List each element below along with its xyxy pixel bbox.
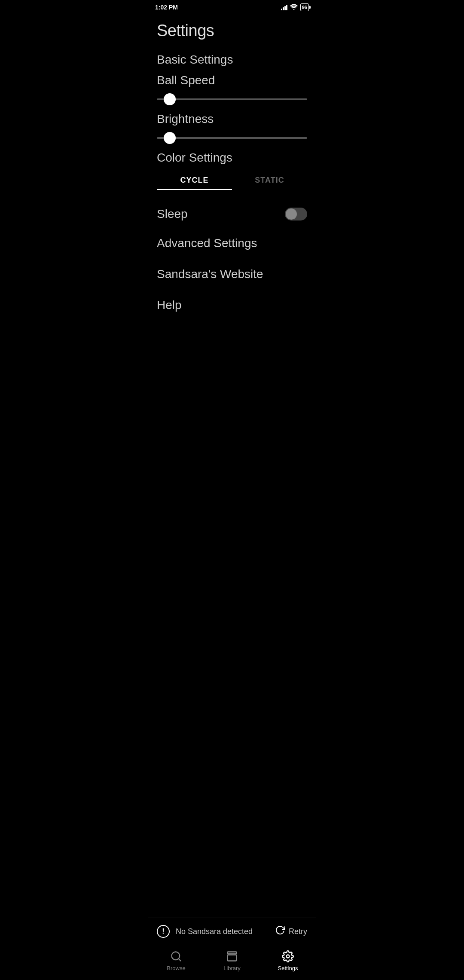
- nav-settings[interactable]: Settings: [260, 950, 316, 971]
- svg-rect-4: [228, 955, 237, 961]
- nav-browse-label: Browse: [167, 965, 185, 971]
- gear-icon: [282, 950, 294, 962]
- brightness-slider[interactable]: [157, 137, 307, 139]
- svg-point-5: [287, 955, 290, 958]
- nav-browse[interactable]: Browse: [148, 950, 204, 971]
- basic-settings-title: Basic Settings: [157, 53, 307, 67]
- svg-rect-3: [228, 952, 237, 954]
- sleep-label: Sleep: [157, 207, 188, 221]
- color-settings-title: Color Settings: [157, 151, 307, 165]
- tab-cycle[interactable]: CYCLE: [157, 172, 232, 190]
- svg-line-2: [178, 959, 180, 961]
- page-title: Settings: [157, 21, 307, 40]
- website-item[interactable]: Sandsara's Website: [157, 259, 307, 290]
- connection-status-bar: ! No Sandsara detected Retry: [148, 918, 316, 945]
- help-item[interactable]: Help: [157, 290, 307, 321]
- connection-status-text: No Sandsara detected: [176, 927, 253, 936]
- brightness-container: Brightness: [157, 112, 307, 141]
- battery-icon: 96: [300, 3, 309, 11]
- nav-library-label: Library: [223, 965, 241, 971]
- color-tabs: CYCLE STATIC: [157, 172, 307, 190]
- retry-button[interactable]: Retry: [275, 925, 307, 938]
- library-icon: [226, 950, 238, 962]
- status-left: ! No Sandsara detected: [157, 925, 253, 938]
- sleep-toggle[interactable]: [285, 208, 307, 220]
- brightness-label: Brightness: [157, 112, 307, 126]
- advanced-settings-item[interactable]: Advanced Settings: [157, 228, 307, 259]
- nav-library[interactable]: Library: [204, 950, 260, 971]
- tab-static[interactable]: STATIC: [232, 172, 307, 190]
- ball-speed-label: Ball Speed: [157, 74, 307, 87]
- search-icon: [170, 950, 182, 962]
- color-settings-section: Color Settings CYCLE STATIC: [157, 151, 307, 190]
- time: 1:02 PM: [155, 4, 178, 11]
- retry-label: Retry: [289, 927, 307, 936]
- svg-point-0: [293, 9, 294, 10]
- status-icons: 96: [281, 3, 309, 11]
- ball-speed-slider[interactable]: [157, 98, 307, 100]
- battery-level: 96: [302, 5, 307, 10]
- bottom-nav: Browse Library Settings: [148, 945, 316, 980]
- alert-icon: !: [157, 925, 170, 938]
- status-bar: 1:02 PM 96: [148, 0, 316, 13]
- toggle-knob: [286, 208, 297, 220]
- retry-icon: [275, 925, 285, 938]
- wifi-icon: [290, 4, 298, 11]
- sleep-row: Sleep: [157, 200, 307, 228]
- nav-settings-label: Settings: [278, 965, 298, 971]
- signal-icon: [281, 4, 287, 10]
- main-content: Settings Basic Settings Ball Speed Brigh…: [148, 13, 316, 918]
- ball-speed-container: Ball Speed: [157, 74, 307, 102]
